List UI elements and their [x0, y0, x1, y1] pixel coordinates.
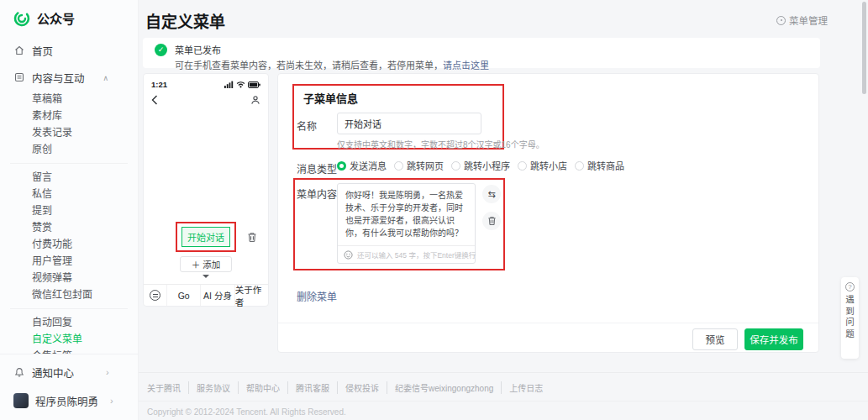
- radio-label: 跳转商品: [587, 159, 624, 172]
- account-name: 程序员陈明勇: [35, 393, 98, 409]
- delete-menu-link[interactable]: 删除菜单: [297, 289, 337, 303]
- phone-menu-tab-ai[interactable]: AI 分身: [201, 285, 234, 306]
- footer-link-infringement-complaint[interactable]: 侵权投诉: [337, 381, 387, 394]
- app-logo-label: 公众号: [37, 9, 75, 27]
- app-logo[interactable]: 公众号: [0, 0, 138, 34]
- person-icon[interactable]: [250, 95, 260, 105]
- footer-link-about-tencent[interactable]: 关于腾讯: [147, 381, 188, 394]
- sidebar-bottom: 通知中心 › 程序员陈明勇 ›: [0, 354, 138, 420]
- footer-link-weixingongzhong[interactable]: 纪委信号weixingongzhong: [387, 381, 501, 394]
- keyboard-toggle[interactable]: [144, 285, 167, 306]
- scrollbar-thumb[interactable]: [862, 2, 866, 94]
- sidebar-item-comments[interactable]: 留言: [0, 169, 138, 186]
- radio-jump-miniprogram[interactable]: 跳转小程序: [451, 159, 510, 172]
- sidebar-item-auto-reply[interactable]: 自动回复: [0, 314, 138, 331]
- phone-system-icons: [224, 81, 260, 88]
- annotation-box-selected-menu: 开始对话: [176, 222, 236, 252]
- menu-manage-button[interactable]: 菜单管理: [776, 13, 828, 27]
- delete-menu-item-icon[interactable]: [247, 232, 257, 243]
- preview-button[interactable]: 预览: [692, 328, 738, 350]
- footer-links: 关于腾讯 服务协议 帮助中心 腾讯客服 侵权投诉 纪委信号weixingongz…: [147, 381, 868, 394]
- submenu-form-card: 子菜单信息 名称 仅支持中英文和数字，字数不超过8个汉字或16个字母。 消息类型…: [277, 73, 819, 353]
- sidebar-item-rewards[interactable]: 赞赏: [0, 219, 138, 236]
- radio-icon: [451, 161, 460, 171]
- sidebar-item-publish-records[interactable]: 发表记录: [0, 124, 138, 141]
- avatar: [13, 393, 29, 408]
- signal-icon: [224, 81, 234, 88]
- chevron-up-icon: ∧: [103, 74, 109, 82]
- phone-menu-tab-go[interactable]: Go: [167, 285, 201, 306]
- content-icon: [13, 72, 25, 82]
- footer-link-service-agreement[interactable]: 服务协议: [188, 381, 238, 394]
- help-widget[interactable]: ? 遇到问题: [841, 277, 859, 359]
- message-type-label: 消息类型: [297, 161, 337, 176]
- phone-time: 1:21: [151, 80, 167, 89]
- selected-menu-item-button[interactable]: 开始对话: [181, 227, 230, 247]
- radio-label: 跳转小程序: [464, 159, 510, 172]
- radio-icon: [518, 161, 527, 171]
- radio-send-message[interactable]: 发送消息: [337, 159, 387, 172]
- back-chevron-icon[interactable]: [151, 95, 158, 105]
- radio-label: 发送消息: [350, 159, 387, 172]
- radio-jump-product[interactable]: 跳转商品: [575, 159, 624, 172]
- footer-link-upload-log[interactable]: 上传日志: [501, 381, 550, 394]
- sidebar-item-drafts[interactable]: 草稿箱: [0, 91, 138, 108]
- footer-link-tencent-support[interactable]: 腾讯客服: [287, 381, 337, 394]
- emoji-icon[interactable]: [344, 250, 353, 260]
- sidebar-item-paid-features[interactable]: 付费功能: [0, 236, 138, 253]
- question-icon: ?: [845, 282, 855, 291]
- menu-content-textarea[interactable]: 你好呀！我是陈明勇，一名热爱技术、乐于分享的开发者，同时也是开源爱好者，很高兴认…: [337, 183, 476, 264]
- banner-text: 菜单已发布 可在手机查看菜单内容，若尚未生效，请稍后查看，若停用菜单，请点击这里: [175, 43, 489, 71]
- sidebar-item-notification-center[interactable]: 通知中心 ›: [0, 361, 138, 383]
- help-widget-label: 遇到问题: [844, 295, 856, 340]
- radio-jump-webpage[interactable]: 跳转网页: [394, 159, 444, 172]
- phone-menu-tab-about[interactable]: 关于作者: [235, 285, 268, 306]
- name-label: 名称: [297, 118, 317, 133]
- name-hint: 仅支持中英文和数字，字数不超过8个汉字或16个字母。: [337, 138, 544, 150]
- sidebar-item-label: 首页: [32, 43, 53, 59]
- sidebar-sub-list: 草稿箱 素材库 发表记录 原创 留言 私信 提到 赞赏 付费功能 用户管理 视频…: [0, 91, 138, 371]
- chevron-right-icon: ›: [110, 396, 113, 406]
- banner-title: 菜单已发布: [175, 43, 489, 56]
- divider: [10, 163, 128, 164]
- sidebar-item-material-library[interactable]: 素材库: [0, 108, 138, 124]
- banner-click-here-link[interactable]: 请点击这里: [443, 60, 489, 71]
- phone-status-bar: 1:21: [144, 74, 268, 91]
- sidebar-item-home[interactable]: 首页: [0, 40, 138, 60]
- sidebar-item-user-management[interactable]: 用户管理: [0, 253, 138, 270]
- sidebar: 公众号 首页 内容与互动 ∧ 草稿箱 素材库 发表记录 原创 留言 私信 提到 …: [0, 0, 139, 420]
- pointer-caret: [203, 275, 209, 278]
- chevron-right-icon: ›: [106, 367, 109, 377]
- sidebar-item-private-messages[interactable]: 私信: [0, 186, 138, 202]
- textarea-footer: 还可以输入 545 字，按下Enter键换行: [338, 245, 475, 263]
- radio-icon: [337, 161, 346, 171]
- sidebar-item-video-danmu[interactable]: 视频弹幕: [0, 270, 138, 286]
- add-menu-item-button[interactable]: ＋ 添加: [180, 256, 232, 272]
- battery-icon: [248, 81, 260, 88]
- sidebar-account[interactable]: 程序员陈明勇 ›: [0, 390, 138, 412]
- footer-link-help-center[interactable]: 帮助中心: [238, 381, 287, 394]
- menu-manage-label: 菜单管理: [789, 13, 828, 27]
- sidebar-item-custom-menu[interactable]: 自定义菜单: [0, 331, 138, 348]
- content-remaining-hint: 还可以输入 545 字，按下Enter键换行: [357, 249, 476, 260]
- divider: [10, 308, 128, 309]
- wechat-official-account-console: 公众号 首页 内容与互动 ∧ 草稿箱 素材库 发表记录 原创 留言 私信 提到 …: [0, 0, 868, 420]
- phone-menu-bar: Go AI 分身 关于作者: [144, 284, 268, 306]
- menu-content-text[interactable]: 你好呀！我是陈明勇，一名热爱技术、乐于分享的开发者，同时也是开源爱好者，很高兴认…: [338, 184, 475, 245]
- radio-jump-store[interactable]: 跳转小店: [518, 159, 567, 172]
- menu-manage-icon: [776, 16, 786, 25]
- wechat-official-logo-icon: [13, 10, 30, 27]
- sidebar-item-mentions[interactable]: 提到: [0, 202, 138, 219]
- reorder-content-button[interactable]: ⇆: [482, 185, 501, 203]
- sidebar-section-content-interaction[interactable]: 内容与互动 ∧: [0, 67, 138, 87]
- divider: [139, 401, 868, 402]
- delete-content-button[interactable]: [482, 212, 501, 230]
- sidebar-item-redpacket-cover[interactable]: 微信红包封面: [0, 286, 138, 303]
- form-section-title: 子菜单信息: [303, 90, 358, 106]
- message-type-radio-group: 发送消息 跳转网页 跳转小程序 跳转小店 跳转商品: [337, 159, 624, 172]
- menu-name-input[interactable]: [337, 113, 481, 134]
- success-check-icon: ✓: [155, 44, 167, 56]
- save-and-publish-button[interactable]: 保存并发布: [744, 328, 803, 350]
- sidebar-item-original[interactable]: 原创: [0, 141, 138, 158]
- phone-nav-bar: [144, 91, 268, 109]
